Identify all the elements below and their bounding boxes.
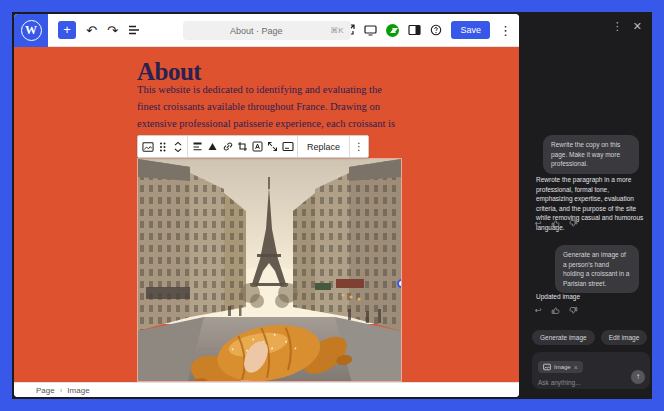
suggestion-edit-image[interactable]: Edit image — [601, 330, 648, 345]
topbar-actions: Save ⋮ — [343, 21, 519, 39]
close-icon[interactable]: ✕ — [633, 20, 642, 33]
sidebar-options-button[interactable]: ⋮ — [612, 20, 623, 33]
suggestion-chips: Generate image Edit image Remove b — [532, 330, 652, 345]
app-window: W + ↶ ↷ About · Page ⌘K — [0, 0, 664, 411]
thumbs-up-icon[interactable] — [551, 219, 560, 228]
breadcrumb-separator-icon: › — [60, 386, 63, 395]
remove-attachment-icon[interactable]: × — [574, 364, 578, 371]
image-attachment-icon — [543, 363, 551, 371]
crop-icon — [237, 141, 248, 152]
align-icon — [192, 141, 203, 152]
wordpress-logo[interactable]: W — [14, 14, 48, 47]
block-inserter-button[interactable]: + — [58, 21, 76, 39]
message-actions-2: ↩ — [535, 306, 578, 315]
image-resize-handle[interactable] — [397, 279, 402, 288]
duotone-filter-button[interactable] — [205, 136, 220, 157]
move-up-down-icon — [173, 141, 183, 153]
send-button[interactable]: ↑ — [631, 370, 645, 384]
retry-icon[interactable]: ↩ — [535, 219, 542, 228]
replace-button[interactable]: Replace — [300, 142, 347, 152]
suggestion-generate-image[interactable]: Generate image — [532, 330, 595, 345]
caption-icon — [282, 141, 294, 152]
ai-assistant-sidebar: ⋮ ✕ Rewrite the copy on this page. Make … — [519, 12, 652, 399]
sidebar-toggle-icon — [408, 24, 421, 36]
wordpress-w-icon: W — [21, 20, 42, 41]
caption-button[interactable] — [280, 136, 295, 157]
settings-sidebar-toggle[interactable] — [408, 24, 421, 36]
editor-canvas[interactable]: About This website is dedicated to ident… — [14, 47, 519, 382]
attachment-label: Image — [554, 364, 571, 370]
undo-button[interactable]: ↶ — [86, 23, 97, 38]
sidebar-window-controls: ⋮ ✕ — [612, 20, 642, 33]
link-button[interactable] — [220, 136, 235, 157]
croissant-paris-photo — [138, 159, 401, 382]
editor-options-button[interactable]: ⋮ — [499, 23, 512, 38]
duotone-triangle-icon — [207, 141, 218, 152]
jetpack-icon[interactable] — [386, 24, 399, 37]
document-title: About · Page — [183, 26, 331, 36]
breadcrumb: Page › Image — [14, 382, 519, 397]
image-block-toolbar: Replace ⋮ — [137, 135, 369, 158]
block-options-button[interactable]: ⋮ — [352, 141, 366, 152]
image-block-icon — [142, 141, 154, 153]
wordpress-editor-window: W + ↶ ↷ About · Page ⌘K — [14, 14, 519, 397]
breadcrumb-image[interactable]: Image — [67, 386, 89, 395]
thumbs-down-icon[interactable] — [569, 219, 578, 228]
chat-message-user-1: Rewrite the copy on this page. Make it w… — [543, 135, 639, 174]
redo-button[interactable]: ↷ — [107, 23, 118, 38]
document-title-pill[interactable]: About · Page ⌘K — [183, 21, 351, 40]
drag-handle-icon — [158, 141, 167, 153]
drag-handle[interactable] — [155, 136, 170, 157]
list-view-icon — [128, 24, 140, 36]
block-toolbar-group-options: ⋮ — [350, 136, 368, 157]
attachment-chip[interactable]: Image × — [538, 361, 583, 373]
chat-input[interactable]: Image × Ask anything... ↑ — [532, 352, 650, 389]
image-block-type-button[interactable] — [140, 136, 155, 157]
crop-button[interactable] — [235, 136, 250, 157]
link-icon — [222, 141, 234, 152]
chat-message-user-2: Generate an image of a person's hand hol… — [555, 245, 639, 293]
app-frame: W + ↶ ↷ About · Page ⌘K — [12, 12, 652, 399]
command-palette-shortcut: ⌘K — [330, 26, 350, 35]
expand-icon — [267, 141, 278, 152]
preview-button[interactable] — [364, 24, 377, 36]
text-overlay-icon — [252, 141, 263, 152]
thumbs-down-icon[interactable] — [569, 306, 578, 315]
chat-message-assistant-2: Updated image — [536, 292, 644, 302]
retry-icon[interactable]: ↩ — [535, 306, 542, 315]
message-actions-1: ↩ — [535, 219, 578, 228]
monitor-icon — [364, 24, 377, 36]
thumbs-up-icon[interactable] — [551, 306, 560, 315]
list-view-button[interactable] — [128, 24, 140, 36]
image-block[interactable] — [137, 158, 402, 382]
text-over-image-button[interactable] — [250, 136, 265, 157]
expand-lightbox-button[interactable] — [265, 136, 280, 157]
breadcrumb-page[interactable]: Page — [36, 386, 55, 395]
save-button[interactable]: Save — [451, 21, 490, 39]
content-column: About This website is dedicated to ident… — [137, 47, 402, 382]
chat-input-placeholder: Ask anything... — [538, 379, 644, 386]
editor-topbar: W + ↶ ↷ About · Page ⌘K — [14, 14, 519, 47]
block-toolbar-group-tools — [188, 136, 298, 157]
block-toolbar-group-replace: Replace — [298, 136, 350, 157]
align-button[interactable] — [190, 136, 205, 157]
help-button[interactable] — [430, 24, 442, 36]
block-mover[interactable] — [170, 136, 185, 157]
help-icon — [430, 24, 442, 36]
block-toolbar-group-block — [138, 136, 188, 157]
